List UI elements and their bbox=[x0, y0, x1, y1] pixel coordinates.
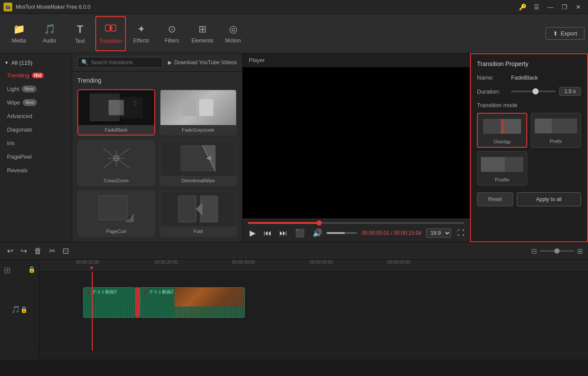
prefix-thumb bbox=[533, 115, 579, 137]
timeline-scrollbar[interactable] bbox=[39, 351, 588, 356]
fullscreen-button[interactable]: ⛶ bbox=[457, 229, 464, 237]
sidebar-light-label: Light bbox=[7, 86, 19, 92]
cut-button[interactable]: ✂ bbox=[47, 245, 57, 257]
toolbar: 📁 Media 🎵 Audio T Text Transition ✦ Effe… bbox=[0, 14, 588, 53]
sidebar-all-header[interactable]: ▼ All (115) bbox=[0, 57, 72, 69]
add-video-track-icon[interactable]: ⊞ bbox=[3, 265, 11, 275]
timeline-track-controls: ⊞ 🔒 🎵 🔒 bbox=[0, 260, 39, 360]
transition-marker[interactable] bbox=[136, 287, 140, 318]
mode-prefix[interactable]: Prefix bbox=[531, 113, 581, 148]
table-row[interactable]: ⬛ テスト動画3 bbox=[83, 287, 136, 318]
panel-title: Transition Property bbox=[477, 60, 581, 67]
timeline-tracks: ⬛ テスト動画3 ⬛ テスト動画2 bbox=[39, 272, 588, 351]
duration-row: Duration: 1.0 s bbox=[477, 87, 581, 96]
duration-value: 1.0 s bbox=[559, 87, 581, 96]
svg-rect-23 bbox=[200, 196, 218, 222]
mode-overlap[interactable]: Overlap bbox=[477, 113, 527, 148]
volume-icon[interactable]: 🔊 bbox=[311, 227, 324, 239]
settings-button[interactable]: 🔑 bbox=[516, 3, 529, 11]
download-youtube-button[interactable]: ▶ Download YouTube Videos bbox=[168, 59, 237, 66]
overlap-thumb bbox=[480, 115, 525, 137]
toolbar-filters-label: Filters bbox=[165, 38, 179, 44]
app-title: MiniTool MovieMaker Free 8.0.0 bbox=[16, 4, 516, 10]
table-row[interactable]: ⬛ テスト動画2 bbox=[140, 287, 245, 318]
prev-button[interactable]: ⏮ bbox=[262, 228, 273, 239]
player-header: Player bbox=[243, 53, 470, 67]
sidebar-item-trending[interactable]: Trending Hot bbox=[0, 69, 72, 82]
progress-bar[interactable] bbox=[248, 222, 464, 224]
undo-button[interactable]: ↩ bbox=[5, 245, 15, 257]
sidebar-item-pagepeel[interactable]: PagePeel bbox=[0, 150, 72, 164]
sidebar-item-reveals[interactable]: Reveals bbox=[0, 164, 72, 177]
list-item[interactable]: ☽ FadeBlack bbox=[77, 89, 155, 136]
sidebar-item-iris[interactable]: Iris bbox=[0, 136, 72, 150]
close-button[interactable]: ✕ bbox=[572, 3, 585, 11]
maximize-button[interactable]: ❐ bbox=[558, 3, 571, 11]
reset-button[interactable]: Reset bbox=[477, 192, 513, 206]
content-toolbar: 🔍 ▶ Download YouTube Videos bbox=[72, 53, 242, 72]
sidebar-pagepeel-label: PagePeel bbox=[7, 153, 31, 160]
timeline-right[interactable]: 00:00:10:00 00:00:20:00 00:00:30:00 00:0… bbox=[39, 260, 588, 360]
toolbar-text-label: Text bbox=[75, 38, 85, 44]
search-box[interactable]: 🔍 bbox=[77, 57, 163, 68]
stop-button[interactable]: ⬛ bbox=[293, 227, 306, 239]
list-item[interactable]: ✛ CrossZoom bbox=[77, 140, 155, 186]
list-item[interactable]: DirectionalWipe bbox=[160, 140, 237, 186]
list-item[interactable]: PageCurl bbox=[77, 191, 155, 237]
toolbar-motion[interactable]: ◎ Motion bbox=[218, 16, 248, 51]
svg-marker-3 bbox=[111, 27, 113, 29]
next-button[interactable]: ⏭ bbox=[278, 228, 289, 239]
zoom-thumb[interactable] bbox=[554, 248, 560, 254]
chevron-down-icon: ▼ bbox=[4, 60, 9, 65]
sidebar-item-advanced[interactable]: Advanced bbox=[0, 109, 72, 123]
toolbar-elements[interactable]: ⊞ Elements bbox=[187, 16, 218, 51]
volume-slider[interactable] bbox=[327, 232, 357, 234]
toolbar-media[interactable]: 📁 Media bbox=[3, 16, 34, 51]
minimize-button[interactable]: — bbox=[544, 3, 557, 11]
export-label: Export bbox=[560, 30, 577, 37]
list-item[interactable]: Fold bbox=[160, 191, 237, 237]
video-track-lock-icon[interactable]: 🔒 bbox=[28, 266, 35, 273]
app-icon: 🎬 bbox=[3, 3, 12, 11]
audio-track-lock-icon[interactable]: 🔒 bbox=[20, 306, 28, 313]
wipe-new-badge: New bbox=[23, 99, 37, 106]
zoom-slider[interactable] bbox=[539, 250, 574, 252]
redo-button[interactable]: ↪ bbox=[19, 245, 29, 257]
overlap-label: Overlap bbox=[480, 137, 525, 145]
fold-label: Fold bbox=[160, 226, 237, 236]
crop-button[interactable]: ⊡ bbox=[61, 245, 71, 257]
playhead[interactable] bbox=[92, 272, 93, 351]
audio-track-controls: 🎵 🔒 bbox=[10, 305, 29, 313]
sidebar-item-diagonals[interactable]: Diagonals bbox=[0, 123, 72, 136]
list-item[interactable]: FadeGrayscale bbox=[160, 89, 237, 136]
clip2-waveform bbox=[140, 306, 244, 317]
play-button[interactable]: ▶ bbox=[248, 227, 257, 239]
toolbar-audio[interactable]: 🎵 Audio bbox=[34, 16, 65, 51]
delete-button[interactable]: 🗑 bbox=[32, 246, 44, 257]
pagecurl-label: PageCurl bbox=[78, 226, 154, 236]
aspect-ratio-select[interactable]: 16:9 4:3 1:1 9:16 bbox=[426, 228, 451, 238]
zoom-in-icon[interactable]: ⊞ bbox=[577, 247, 583, 255]
trending-hot-badge: Hot bbox=[32, 73, 44, 78]
sidebar-item-light[interactable]: Light New bbox=[0, 82, 72, 96]
menu-button[interactable]: ☰ bbox=[530, 3, 543, 11]
duration-slider[interactable] bbox=[511, 91, 556, 92]
sidebar-iris-label: Iris bbox=[7, 140, 14, 146]
toolbar-filters[interactable]: ⊙ Filters bbox=[157, 16, 187, 51]
search-input[interactable] bbox=[91, 59, 159, 66]
mode-postfix[interactable]: Postfix bbox=[477, 151, 527, 185]
sidebar-item-wipe[interactable]: Wipe New bbox=[0, 96, 72, 109]
apply-to-all-button[interactable]: Apply to all bbox=[517, 192, 581, 206]
duration-slider-thumb[interactable] bbox=[532, 88, 539, 94]
toolbar-text[interactable]: T Text bbox=[65, 16, 95, 51]
toolbar-media-label: Media bbox=[12, 38, 26, 44]
timeline-main: ⊞ 🔒 🎵 🔒 00:00:10:00 00:00:20:00 00:00:30… bbox=[0, 260, 588, 360]
export-button[interactable]: ⬆ Export bbox=[546, 27, 585, 40]
toolbar-transition[interactable]: Transition bbox=[95, 16, 126, 51]
progress-thumb[interactable] bbox=[317, 220, 322, 226]
video-track: ⬛ テスト動画3 ⬛ テスト動画2 bbox=[83, 287, 245, 318]
zoom-out-icon[interactable]: ⊟ bbox=[531, 247, 537, 255]
clip-icon-2: ⬛ bbox=[143, 290, 148, 295]
ruler-mark-4: 00:00:40:00 bbox=[310, 260, 333, 265]
toolbar-effects[interactable]: ✦ Effects bbox=[126, 16, 157, 51]
